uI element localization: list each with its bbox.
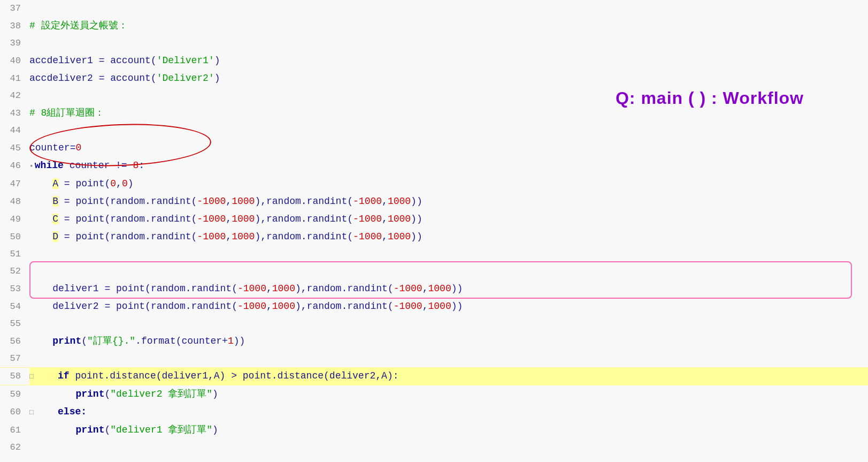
line-content: □ else: bbox=[29, 403, 868, 421]
line-number: 46 bbox=[0, 157, 29, 175]
table-row: 45 counter=0 bbox=[0, 139, 868, 157]
table-row: 39 bbox=[0, 35, 868, 52]
workflow-label: Q: main ( ) : Workflow bbox=[616, 88, 804, 108]
table-row: 53 deliver1 = point(random.randint(-1000… bbox=[0, 280, 868, 298]
line-content: D = point(random.randint(-1000,1000),ran… bbox=[29, 228, 868, 245]
line-number: 39 bbox=[0, 35, 29, 52]
table-row: 41 accdeliver2 = account('Deliver2') bbox=[0, 70, 868, 87]
line-number: 59 bbox=[0, 386, 29, 403]
line-number: 58 bbox=[0, 368, 29, 385]
line-content: deliver2 = point(random.randint(-1000,10… bbox=[29, 298, 868, 315]
line-content: # 設定外送員之帳號： bbox=[29, 17, 868, 34]
table-row: 40 accdeliver1 = account('Deliver1') bbox=[0, 52, 868, 70]
line-number: 52 bbox=[0, 263, 29, 280]
table-row: 60 □ else: bbox=[0, 403, 868, 421]
line-number: 40 bbox=[0, 52, 29, 70]
line-number: 42 bbox=[0, 87, 29, 104]
line-number: 62 bbox=[0, 439, 29, 456]
line-content: print("deliver1 拿到訂單") bbox=[29, 421, 868, 438]
line-content: counter=0 bbox=[29, 139, 868, 156]
table-row: 37 bbox=[0, 0, 868, 17]
table-row: 58 □ if point.distance(deliver1,A) > poi… bbox=[0, 367, 868, 385]
table-row: 51 bbox=[0, 246, 868, 263]
line-number: 48 bbox=[0, 193, 29, 210]
line-content: C = point(random.randint(-1000,1000),ran… bbox=[29, 210, 868, 228]
line-number: 51 bbox=[0, 246, 29, 263]
table-row: 47 A = point(0,0) bbox=[0, 175, 868, 193]
table-row: 52 bbox=[0, 263, 868, 280]
line-number: 45 bbox=[0, 140, 29, 157]
table-row: 62 bbox=[0, 439, 868, 456]
line-number: 43 bbox=[0, 105, 29, 122]
line-number: 49 bbox=[0, 211, 29, 228]
line-content: print("訂單{}.".format(counter+1)) bbox=[29, 332, 868, 350]
table-row: 59 print("deliver2 拿到訂單") bbox=[0, 385, 868, 403]
line-content: deliver1 = point(random.randint(-1000,10… bbox=[29, 280, 868, 297]
table-row: 55 bbox=[0, 315, 868, 332]
line-content: ▪while counter != 8: bbox=[29, 157, 868, 175]
table-row: 49 C = point(random.randint(-1000,1000),… bbox=[0, 210, 868, 228]
line-number: 37 bbox=[0, 0, 29, 17]
line-number: 44 bbox=[0, 122, 29, 139]
table-row: 56 print("訂單{}.".format(counter+1)) bbox=[0, 332, 868, 350]
line-number: 61 bbox=[0, 422, 29, 439]
table-row: 61 print("deliver1 拿到訂單") bbox=[0, 421, 868, 439]
table-row: 44 bbox=[0, 122, 868, 139]
table-row: 50 D = point(random.randint(-1000,1000),… bbox=[0, 228, 868, 246]
line-number: 50 bbox=[0, 229, 29, 246]
line-number: 38 bbox=[0, 18, 29, 35]
line-content: print("deliver2 拿到訂單") bbox=[29, 385, 868, 403]
line-number: 56 bbox=[0, 333, 29, 350]
line-content: □ if point.distance(deliver1,A) > point.… bbox=[29, 367, 868, 385]
table-row: 57 bbox=[0, 350, 868, 367]
line-number: 54 bbox=[0, 298, 29, 315]
line-number: 55 bbox=[0, 315, 29, 332]
line-content: accdeliver2 = account('Deliver2') bbox=[29, 70, 868, 87]
line-content: accdeliver1 = account('Deliver1') bbox=[29, 52, 868, 69]
line-content: B = point(random.randint(-1000,1000),ran… bbox=[29, 193, 868, 210]
line-number: 47 bbox=[0, 176, 29, 193]
table-row: 38 # 設定外送員之帳號： bbox=[0, 17, 868, 35]
table-row: 48 B = point(random.randint(-1000,1000),… bbox=[0, 193, 868, 210]
line-number: 60 bbox=[0, 404, 29, 421]
line-number: 53 bbox=[0, 281, 29, 298]
code-container: Q: main ( ) : Workflow 37 38 # 設定外送員之帳號：… bbox=[0, 0, 868, 462]
line-content: A = point(0,0) bbox=[29, 175, 868, 192]
line-number: 41 bbox=[0, 70, 29, 87]
table-row: 54 deliver2 = point(random.randint(-1000… bbox=[0, 298, 868, 315]
table-row: 46 ▪while counter != 8: bbox=[0, 157, 868, 175]
line-number: 57 bbox=[0, 350, 29, 367]
